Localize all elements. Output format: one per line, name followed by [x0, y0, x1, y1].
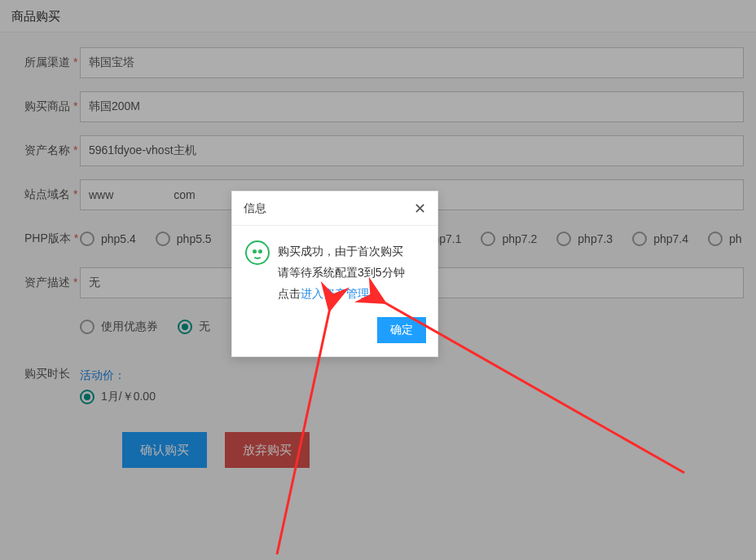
- modal-ok-button[interactable]: 确定: [377, 317, 426, 343]
- modal-message: 购买成功，由于首次购买 请等待系统配置3到5分钟 点击进入资产管理: [278, 240, 405, 304]
- modal-header: 信息 ✕: [232, 192, 437, 226]
- asset-manage-link[interactable]: 进入资产管理: [301, 287, 369, 300]
- modal-body: 购买成功，由于首次购买 请等待系统配置3到5分钟 点击进入资产管理: [232, 226, 437, 311]
- modal-line-1: 购买成功，由于首次购买: [278, 240, 405, 262]
- page: 商品购买 所属渠道* 购买商品* 资产名称*: [0, 0, 756, 560]
- modal-line-2: 请等待系统配置3到5分钟: [278, 262, 405, 283]
- modal-line-3: 点击进入资产管理: [278, 283, 405, 304]
- success-icon: [245, 240, 270, 265]
- modal-title: 信息: [244, 201, 266, 216]
- close-icon[interactable]: ✕: [414, 200, 426, 218]
- info-modal: 信息 ✕ 购买成功，由于首次购买 请等待系统配置3到5分钟 点击进入资产管理 确…: [231, 191, 438, 357]
- modal-footer: 确定: [232, 311, 437, 356]
